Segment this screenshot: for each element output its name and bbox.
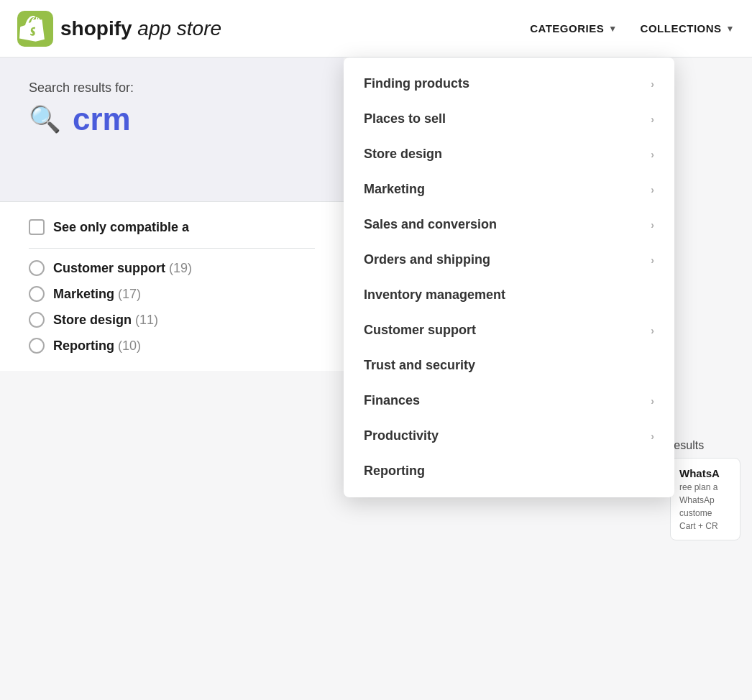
dropdown-item-places-to-sell[interactable]: Places to sell› — [344, 101, 674, 137]
chevron-right-icon: › — [651, 184, 654, 195]
categories-nav-item[interactable]: CATEGORIES ▼ — [530, 22, 617, 34]
filter-item-customer-support[interactable]: Customer support (19) — [29, 260, 315, 276]
compatible-filter-row[interactable]: See only compatible a — [29, 219, 315, 249]
dropdown-item-label: Finances — [364, 393, 420, 408]
app-desc-3: custome — [679, 508, 731, 518]
dropdown-item-store-design[interactable]: Store design› — [344, 137, 674, 172]
site-header: shopify app store CATEGORIES ▼ COLLECTIO… — [0, 0, 752, 57]
category-filter-list: Customer support (19) Marketing (17) Sto… — [29, 260, 315, 354]
compatible-label: See only compatible a — [53, 220, 189, 235]
dropdown-item-label: Trust and security — [364, 358, 475, 373]
filters-area: See only compatible a Customer support (… — [0, 201, 344, 371]
dropdown-item-label: Orders and shipping — [364, 252, 490, 267]
collections-nav-item[interactable]: COLLECTIONS ▼ — [641, 22, 735, 34]
dropdown-item-label: Sales and conversion — [364, 217, 497, 232]
search-area: Search results for: 🔍 crm — [0, 57, 344, 201]
dropdown-item-label: Store design — [364, 147, 442, 162]
dropdown-item-orders-and-shipping[interactable]: Orders and shipping› — [344, 242, 674, 277]
radio-customer-support[interactable] — [29, 260, 45, 276]
dropdown-item-label: Finding products — [364, 76, 469, 91]
dropdown-item-sales-and-conversion[interactable]: Sales and conversion› — [344, 207, 674, 242]
categories-chevron-icon: ▼ — [608, 24, 617, 34]
dropdown-item-customer-support[interactable]: Customer support› — [344, 313, 674, 348]
filter-item-reporting[interactable]: Reporting (10) — [29, 338, 315, 354]
dropdown-item-reporting[interactable]: Reporting — [344, 453, 674, 489]
dropdown-item-label: Places to sell — [364, 111, 446, 126]
dropdown-item-label: Inventory management — [364, 287, 505, 303]
main-nav: CATEGORIES ▼ COLLECTIONS ▼ — [530, 22, 735, 34]
left-column: Search results for: 🔍 crm See only compa… — [0, 57, 344, 371]
dropdown-item-trust-and-security[interactable]: Trust and security — [344, 348, 674, 383]
categories-label: CATEGORIES — [530, 22, 604, 34]
dropdown-item-label: Customer support — [364, 323, 476, 338]
chevron-right-icon: › — [651, 430, 654, 442]
search-icon: 🔍 — [29, 104, 61, 134]
dropdown-item-label: Productivity — [364, 428, 439, 443]
chevron-right-icon: › — [651, 149, 654, 160]
dropdown-item-finances[interactable]: Finances› — [344, 383, 674, 418]
chevron-right-icon: › — [651, 254, 654, 266]
collections-chevron-icon: ▼ — [726, 24, 735, 34]
dropdown-item-inventory-management[interactable]: Inventory management — [344, 277, 674, 313]
dropdown-item-finding-products[interactable]: Finding products› — [344, 66, 674, 101]
logo-link[interactable]: shopify app store — [17, 11, 221, 47]
filter-label-marketing: Marketing (17) — [53, 287, 141, 302]
app-desc-2: WhatsAp — [679, 495, 731, 505]
filter-item-marketing[interactable]: Marketing (17) — [29, 286, 315, 302]
chevron-right-icon: › — [651, 325, 654, 336]
app-title: WhatsA — [679, 467, 731, 479]
dropdown-item-productivity[interactable]: Productivity› — [344, 418, 674, 453]
app-desc-4: Cart + CR — [679, 521, 731, 531]
radio-marketing[interactable] — [29, 286, 45, 302]
chevron-right-icon: › — [651, 78, 654, 90]
chevron-right-icon: › — [651, 395, 654, 407]
app-desc-1: ree plan a — [679, 482, 731, 492]
shopify-logo-icon — [17, 11, 53, 47]
search-label: Search results for: — [29, 80, 315, 96]
dropdown-item-marketing[interactable]: Marketing› — [344, 172, 674, 207]
results-text: results — [670, 439, 740, 452]
chevron-right-icon: › — [651, 114, 654, 125]
categories-dropdown: Finding products›Places to sell›Store de… — [344, 57, 674, 497]
logo-text: shopify app store — [60, 17, 221, 40]
search-query: crm — [73, 101, 131, 137]
dropdown-item-label: Marketing — [364, 182, 425, 197]
radio-store-design[interactable] — [29, 312, 45, 328]
chevron-right-icon: › — [651, 219, 654, 231]
app-card-preview[interactable]: WhatsA ree plan a WhatsAp custome Cart +… — [670, 458, 740, 540]
filter-label-customer-support: Customer support (19) — [53, 261, 192, 276]
compatible-checkbox[interactable] — [29, 219, 45, 235]
radio-reporting[interactable] — [29, 338, 45, 354]
filter-label-store-design: Store design (11) — [53, 313, 158, 328]
search-query-row: 🔍 crm — [29, 101, 315, 137]
filter-label-reporting: Reporting (10) — [53, 339, 141, 354]
dropdown-item-label: Reporting — [364, 464, 425, 479]
filter-item-store-design[interactable]: Store design (11) — [29, 312, 315, 328]
collections-label: COLLECTIONS — [641, 22, 722, 34]
